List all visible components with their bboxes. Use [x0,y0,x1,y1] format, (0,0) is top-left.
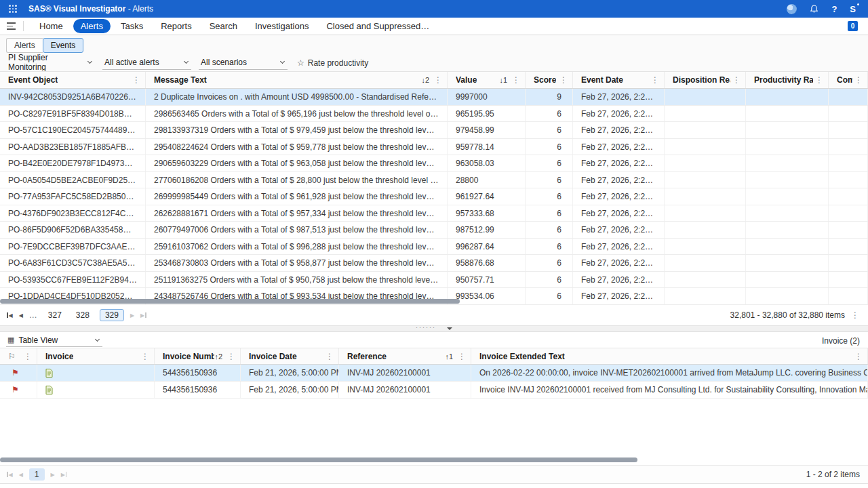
column-header-score[interactable]: Score⋮ [526,72,573,88]
nav-item-reports[interactable]: Reports [153,19,199,33]
alerts-filter-dropdown[interactable]: All active alerts [102,56,191,70]
column-label: Event Date [581,75,623,85]
prev-page-button[interactable]: ◀ [19,312,23,319]
tab-alerts[interactable]: Alerts [6,38,43,53]
column-menu-icon[interactable]: ⋮ [225,352,237,361]
table-row[interactable]: PO-6A83F61CD3C57C38AE5A5D2B4F25346873080… [0,255,868,272]
table-row[interactable]: PO-57C1C190EC2045757444891B9A29813393731… [0,122,868,139]
table-row[interactable]: PO-53935CC67FEB9E112F2B946E6225119136327… [0,272,868,289]
splitter-handle-icon: ······ [416,326,436,329]
column-header-invoice-date[interactable]: Invoice Date⋮ [241,348,339,364]
table-row[interactable]: INV-942C8053D9251A6B470226732D2 Duplicat… [0,89,868,106]
nav-item-investigations[interactable]: Investigations [248,19,317,33]
cell-disposition-reason [665,255,746,271]
column-menu-icon[interactable]: ⋮ [510,75,522,85]
column-label: Invoice Extended Text [479,352,565,361]
rate-productivity-button[interactable]: ☆Rate productivity [297,58,368,68]
nav-item-search[interactable]: Search [202,19,245,33]
cell-event-object: PO-6A83F61CD3C57C38AE5A5D2B4F [0,255,146,271]
column-menu-icon[interactable]: ⋮ [813,75,825,85]
column-header-comments[interactable]: Comments⋮ [829,72,868,88]
page-number-327[interactable]: 327 [44,309,66,321]
column-menu-icon[interactable]: ⋮ [432,75,444,85]
column-menu-icon[interactable]: ⋮ [730,75,743,85]
cell-message-text: 298133937319 Orders with a Total of $ 97… [146,122,448,138]
column-header-event-date[interactable]: Event Date⋮ [573,72,665,88]
table-row[interactable]: PO-77A953FAFC5C58ED2B850ADE3526999998544… [0,188,868,205]
column-label: Event Object [8,75,58,85]
table-row[interactable]: PO-4376DF9023B3ECC812F4CA7D5326262888167… [0,205,868,222]
cell-disposition-reason [665,205,746,222]
table-row[interactable]: PO-B42E0E20DE7978F1D4973BA42D29065960322… [0,155,868,172]
detail-pagination: ◀◀1▶▶ [7,468,66,481]
user-avatar[interactable]: S [850,4,856,14]
cell-disposition-reason [665,272,746,288]
column-header-event-object[interactable]: Event Object⋮ [0,72,146,88]
cell-message-text: 259161037062 Orders with a Total of $ 99… [146,239,448,255]
events-table-header: Event Object⋮Message Text↓2⋮Value↓1⋮Scor… [0,71,868,89]
notifications-icon[interactable] [810,5,818,14]
table-row[interactable]: PO-C8297E91BF5F8394D018BCA7552986563465 … [0,106,868,123]
red-flag-icon[interactable]: ⚑ [12,365,19,381]
column-header-value[interactable]: Value↓1⋮ [448,72,526,88]
column-menu-icon[interactable]: ⋮ [456,352,468,361]
collapse-panel-icon[interactable] [447,327,452,330]
column-menu-icon[interactable]: ⋮ [852,352,865,361]
app-launcher-icon[interactable] [0,0,26,18]
cell-productivity-rating [746,288,829,304]
column-header-flag[interactable]: ⚐⋮ [0,348,37,364]
cell-disposition-reason [665,222,746,238]
nav-item-closed-and-suppressed[interactable]: Closed and Suppressed… [319,19,437,33]
detail-table-row[interactable]: ⚑544356150936Feb 21, 2026, 5:00:00 PMINV… [0,365,868,382]
rate-productivity-label: Rate productivity [308,58,368,68]
nav-item-home[interactable]: Home [32,19,71,33]
cell-message-text: 2986563465 Orders with a Total of $ 965,… [146,106,448,122]
table-row[interactable]: PO-7E9DCCBEF39B7DFC3AAEE785FB25916103706… [0,239,868,256]
scenarios-filter-dropdown[interactable]: All scenarios [199,56,288,70]
column-menu-icon[interactable]: ⋮ [22,352,34,361]
column-header-invoice-extended-text[interactable]: Invoice Extended Text⋮ [471,348,868,364]
page-number-328[interactable]: 328 [72,309,94,321]
detail-table-row[interactable]: ⚑544356150936Feb 21, 2026, 5:00:00 PMINV… [0,382,868,399]
column-menu-icon[interactable]: ⋮ [649,75,661,85]
page-number-1[interactable]: 1 [29,468,45,481]
column-header-disposition-reason[interactable]: Disposition Reason⋮ [665,72,746,88]
events-horizontal-scrollbar[interactable] [0,299,460,304]
sas-logo-icon[interactable] [787,4,797,14]
view-selector-dropdown[interactable]: ▦ Table View [6,335,102,347]
table-row[interactable]: PO-86F5D906F52D6BA335458D922126077949700… [0,222,868,239]
column-menu-icon[interactable]: ⋮ [557,75,570,85]
scenarios-filter-value: All scenarios [201,58,247,67]
pagination-menu-icon[interactable]: ⋮ [849,310,861,320]
column-header-reference[interactable]: Reference↑1⋮ [339,348,471,364]
cell-event-object: PO-7E9DCCBEF39B7DFC3AAEE785FB [0,239,146,255]
nav-items: HomeAlertsTasksReportsSearchInvestigatio… [32,19,437,33]
column-menu-icon[interactable]: ⋮ [139,352,151,361]
column-header-invoice-number[interactable]: Invoice Number↑2⋮ [155,348,241,364]
nav-item-tasks[interactable]: Tasks [113,19,151,33]
tab-events[interactable]: Events [43,38,84,53]
column-header-productivity-rating[interactable]: Productivity Rating⋮ [746,72,829,88]
nav-item-alerts[interactable]: Alerts [73,19,111,33]
column-menu-icon[interactable]: ⋮ [130,75,142,85]
column-menu-icon[interactable]: ⋮ [323,352,336,361]
panel-splitter[interactable]: ······ [0,325,868,332]
column-menu-icon[interactable]: ⋮ [852,75,865,85]
table-view-icon: ▦ [7,336,14,344]
menu-icon[interactable] [7,22,20,30]
detail-horizontal-scrollbar[interactable] [0,458,637,462]
page-number-329[interactable]: 329 [100,309,124,321]
column-header-message-text[interactable]: Message Text↓2⋮ [146,72,448,88]
table-row[interactable]: PO-0A5054D5BE2ACBE0F9D25F02DB27706018620… [0,172,868,189]
invoice-tab-label: Invoice (2) [822,336,860,346]
table-row[interactable]: PO-AAD3B23EB1857F1885AFBB5C8229540822462… [0,139,868,156]
nav-count-badge[interactable]: 0 [848,21,858,31]
first-page-button[interactable]: ◀ [7,312,13,319]
cell-message-text: 251191363275 Orders with a Total of $ 95… [146,272,448,288]
sort-indicator: ↓1 [499,76,507,84]
red-flag-icon[interactable]: ⚑ [12,382,19,398]
column-label: Score [534,75,556,85]
app-window: SAS® Visual Investigator - Alerts ? S Ho… [0,0,868,488]
help-icon[interactable]: ? [831,4,837,14]
column-header-invoice[interactable]: Invoice⋮ [37,348,155,364]
